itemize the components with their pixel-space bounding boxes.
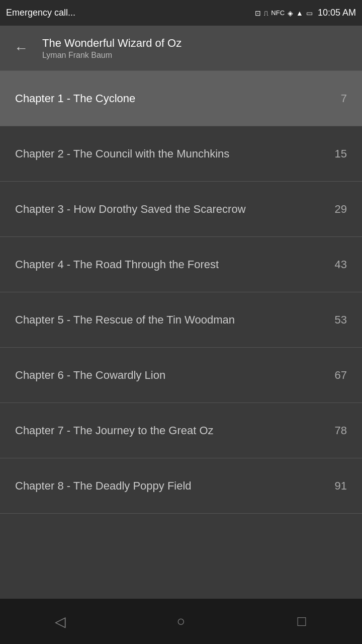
emergency-call-text: Emergency call...	[6, 8, 75, 18]
chapter-item[interactable]: Chapter 3 - How Dorothy Saved the Scarec…	[0, 182, 362, 237]
chapter-page-number: 29	[327, 203, 347, 216]
chapter-item[interactable]: Chapter 2 - The Council with the Munchki…	[0, 126, 362, 182]
battery-icon: ▭	[306, 9, 313, 17]
chapter-page-number: 15	[327, 147, 347, 160]
chapter-item[interactable]: Chapter 5 - The Rescue of the Tin Woodma…	[0, 292, 362, 348]
chapter-page-number: 67	[327, 369, 347, 382]
nav-home-button[interactable]: ○	[161, 606, 201, 636]
chapter-title: Chapter 3 - How Dorothy Saved the Scarec…	[15, 202, 327, 217]
chapter-title: Chapter 2 - The Council with the Munchki…	[15, 146, 327, 162]
chapter-title: Chapter 1 - The Cyclone	[15, 91, 327, 106]
bottom-nav: ◁ ○ □	[0, 599, 362, 644]
chapter-page-number: 91	[327, 479, 347, 493]
nav-back-icon: ◁	[55, 613, 66, 630]
status-bar: Emergency call... ⊡ ⎍ NFC ◈ ▲ ▭ 10:05 AM	[0, 0, 362, 26]
chapter-item[interactable]: Chapter 1 - The Cyclone7	[0, 71, 362, 126]
nav-home-icon: ○	[177, 613, 186, 629]
chapter-item[interactable]: Chapter 6 - The Cowardly Lion67	[0, 348, 362, 403]
sim-icon: ◈	[288, 9, 293, 17]
chapter-page-number: 43	[327, 258, 347, 271]
wifi-icon: ▲	[296, 9, 303, 17]
nav-recent-button[interactable]: □	[282, 606, 322, 636]
chapter-page-number: 7	[327, 92, 347, 105]
chapter-title: Chapter 8 - The Deadly Poppy Field	[15, 478, 327, 494]
nav-back-button[interactable]: ◁	[40, 606, 80, 636]
chapter-list: Chapter 1 - The Cyclone7Chapter 2 - The …	[0, 71, 362, 559]
chapter-title: Chapter 5 - The Rescue of the Tin Woodma…	[15, 312, 327, 328]
back-button[interactable]: ←	[10, 36, 32, 60]
chapter-item[interactable]: Chapter 8 - The Deadly Poppy Field91	[0, 458, 362, 514]
chapter-item[interactable]: Chapter 7 - The Journey to the Great Oz7…	[0, 403, 362, 458]
book-title: The Wonderful Wizard of Oz	[42, 37, 182, 50]
status-icons: ⊡ ⎍ NFC ◈ ▲ ▭ 10:05 AM	[255, 8, 356, 18]
clock: 10:05 AM	[318, 8, 356, 18]
chapter-page-number: 78	[327, 424, 347, 437]
chapter-title: Chapter 4 - The Road Through the Forest	[15, 257, 327, 272]
chapter-title: Chapter 7 - The Journey to the Great Oz	[15, 423, 327, 438]
photo-icon: ⊡	[255, 9, 261, 17]
chapter-item[interactable]: Chapter 4 - The Road Through the Forest4…	[0, 237, 362, 292]
nfc-icon: NFC	[271, 9, 285, 17]
chapter-page-number: 53	[327, 313, 347, 327]
header-text-block: The Wonderful Wizard of Oz Lyman Frank B…	[42, 37, 182, 60]
book-author: Lyman Frank Baum	[42, 51, 182, 60]
chapter-title: Chapter 6 - The Cowardly Lion	[15, 368, 327, 383]
nav-recent-icon: □	[298, 613, 306, 629]
charge-icon: ⎍	[264, 9, 268, 17]
app-header: ← The Wonderful Wizard of Oz Lyman Frank…	[0, 26, 362, 71]
